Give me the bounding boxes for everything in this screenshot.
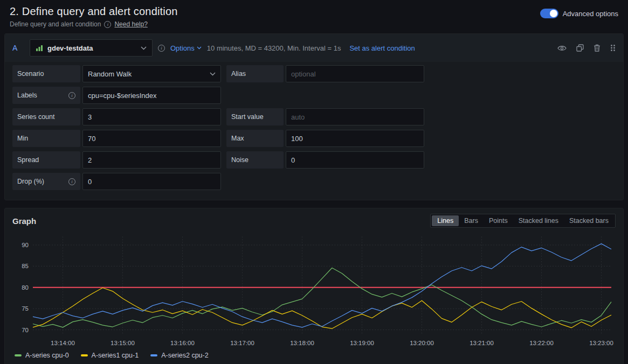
- page-subtitle: Define query and alert condition: [10, 20, 101, 28]
- form-row-scenario: Scenario Random Walk Alias: [12, 65, 616, 82]
- advanced-options-label: Advanced options: [563, 10, 618, 18]
- page: 2. Define query and alert condition Defi…: [0, 0, 628, 364]
- duplicate-query-icon[interactable]: [576, 44, 584, 52]
- legend-label: A-series1 cpu-1: [92, 352, 139, 359]
- spread-field: Spread: [12, 151, 221, 169]
- delete-query-trash-icon[interactable]: [594, 44, 601, 52]
- query-ref-id[interactable]: A: [12, 44, 24, 52]
- min-field: Min: [12, 130, 221, 147]
- tab-points[interactable]: Points: [484, 215, 513, 226]
- svg-text:85: 85: [22, 262, 29, 269]
- alias-label: Alias: [226, 65, 284, 82]
- svg-text:70: 70: [22, 326, 29, 333]
- series-count-label: Series count: [12, 108, 80, 125]
- legend-label: A-series2 cpu-2: [161, 352, 209, 359]
- alias-field: Alias: [226, 65, 424, 82]
- drag-handle-icon[interactable]: [610, 44, 616, 52]
- form-row-labels: Labels i: [12, 87, 616, 104]
- graph-panel: Graph Lines Bars Points Stacked lines St…: [4, 208, 624, 364]
- legend-color-chip: [81, 354, 88, 356]
- need-help-link[interactable]: Need help?: [114, 20, 147, 28]
- svg-text:13:15:00: 13:15:00: [111, 339, 135, 346]
- svg-text:13:16:00: 13:16:00: [170, 339, 195, 346]
- form-row-drop: Drop (%) i: [12, 173, 616, 190]
- legend-item-cpu-1[interactable]: A-series1 cpu-1: [81, 352, 139, 359]
- legend-item-cpu-0[interactable]: A-series cpu-0: [15, 352, 69, 359]
- testdata-datasource-icon: [36, 44, 43, 52]
- legend-color-chip: [15, 354, 22, 356]
- labels-info-icon[interactable]: i: [68, 92, 75, 99]
- toggle-knob: [550, 10, 557, 17]
- legend-label: A-series cpu-0: [25, 352, 69, 359]
- series-count-input[interactable]: [82, 108, 221, 125]
- scenario-label: Scenario: [12, 65, 80, 82]
- tab-lines[interactable]: Lines: [432, 215, 459, 226]
- query-editor-panel: A gdev-testdata i Options 10 minutes, MD…: [4, 33, 624, 200]
- scenario-value: Random Walk: [88, 70, 132, 78]
- noise-field: Noise: [226, 151, 424, 169]
- scenario-label-text: Scenario: [17, 70, 44, 78]
- tab-bars[interactable]: Bars: [459, 215, 484, 226]
- svg-text:13:17:00: 13:17:00: [230, 339, 254, 346]
- alias-label-text: Alias: [231, 70, 246, 78]
- query-header-row: A gdev-testdata i Options 10 minutes, MD…: [5, 34, 623, 62]
- drop-field: Drop (%) i: [12, 173, 221, 190]
- tab-stacked-lines[interactable]: Stacked lines: [513, 215, 564, 226]
- alias-input[interactable]: [286, 65, 424, 82]
- graph-header: Graph Lines Bars Points Stacked lines St…: [12, 214, 616, 228]
- query-summary: 10 minutes, MD = 43200, Min. Interval = …: [207, 44, 341, 52]
- max-field: Max: [226, 130, 424, 147]
- subtitle-info-icon: i: [104, 21, 111, 28]
- graph-title: Graph: [12, 216, 36, 226]
- timeseries-chart[interactable]: 13:14:0013:15:0013:16:0013:17:0013:18:00…: [12, 232, 616, 349]
- noise-label-text: Noise: [231, 156, 249, 164]
- form-row-min-max: Min Max: [12, 130, 616, 147]
- page-subtitle-row: Define query and alert condition i Need …: [10, 20, 178, 28]
- start-value-field: Start value: [226, 108, 424, 125]
- tab-stacked-bars[interactable]: Stacked bars: [564, 215, 614, 226]
- datasource-picker[interactable]: gdev-testdata: [30, 39, 153, 57]
- datasource-info-icon[interactable]: i: [158, 45, 165, 52]
- start-value-label: Start value: [226, 108, 284, 125]
- spread-label: Spread: [12, 151, 80, 169]
- min-input[interactable]: [82, 130, 221, 147]
- svg-text:13:14:00: 13:14:00: [51, 339, 75, 346]
- svg-text:13:18:00: 13:18:00: [290, 339, 314, 346]
- start-value-input[interactable]: [286, 108, 424, 125]
- svg-text:75: 75: [22, 305, 29, 312]
- options-button[interactable]: Options: [170, 44, 202, 52]
- scenario-field: Scenario Random Walk: [12, 65, 221, 82]
- chevron-down-icon: [210, 72, 216, 76]
- options-label: Options: [170, 44, 195, 52]
- page-header: 2. Define query and alert condition Defi…: [4, 4, 624, 33]
- form-row-spread-noise: Spread Noise: [12, 151, 616, 169]
- start-value-label-text: Start value: [231, 113, 264, 121]
- spread-input[interactable]: [82, 151, 221, 169]
- labels-label-text: Labels: [17, 92, 37, 99]
- graph-mode-tabs: Lines Bars Points Stacked lines Stacked …: [430, 214, 616, 228]
- min-label-text: Min: [17, 135, 28, 142]
- noise-label: Noise: [226, 151, 284, 169]
- max-input[interactable]: [286, 130, 424, 147]
- drop-input[interactable]: [82, 173, 221, 190]
- drop-label-text: Drop (%): [17, 178, 44, 185]
- page-header-left: 2. Define query and alert condition Defi…: [10, 5, 178, 28]
- disable-query-eye-icon[interactable]: [557, 45, 567, 52]
- scenario-select[interactable]: Random Walk: [82, 65, 221, 82]
- drop-info-icon[interactable]: i: [68, 178, 75, 185]
- noise-input[interactable]: [286, 151, 424, 169]
- labels-input[interactable]: [82, 87, 221, 104]
- max-label-text: Max: [231, 135, 244, 142]
- drop-label: Drop (%) i: [12, 173, 80, 190]
- svg-text:13:21:00: 13:21:00: [470, 339, 494, 346]
- svg-text:90: 90: [22, 241, 29, 248]
- chart-legend: A-series cpu-0 A-series1 cpu-1 A-series2…: [12, 349, 616, 360]
- spread-label-text: Spread: [17, 156, 39, 164]
- datasource-name: gdev-testdata: [47, 44, 136, 52]
- set-alert-condition-link[interactable]: Set as alert condition: [349, 44, 415, 52]
- max-label: Max: [226, 130, 284, 147]
- svg-text:13:20:00: 13:20:00: [410, 339, 434, 346]
- advanced-options-toggle[interactable]: [540, 9, 558, 18]
- legend-item-cpu-2[interactable]: A-series2 cpu-2: [150, 352, 209, 359]
- svg-text:13:22:00: 13:22:00: [529, 339, 554, 346]
